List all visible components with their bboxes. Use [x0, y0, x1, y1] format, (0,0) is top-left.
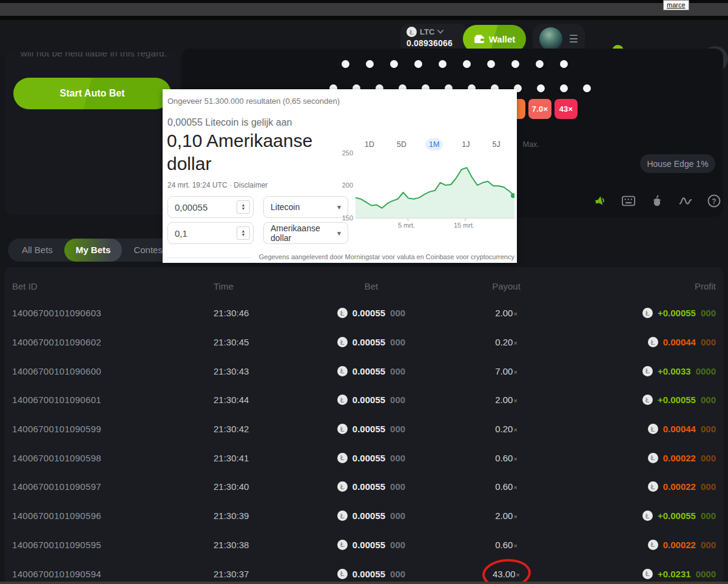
bet-id-cell: 14006700101090599	[12, 424, 214, 434]
chevron-down-icon	[437, 30, 443, 34]
col-header-payout: Payout	[438, 281, 575, 291]
chart-range-1d[interactable]: 1D	[361, 138, 378, 151]
bet-amount-trailing-zeros: 000	[390, 395, 405, 405]
chart-range-5j[interactable]: 5J	[489, 138, 504, 151]
bet-amount-trailing-zeros: 000	[390, 481, 405, 492]
bet-amount-trailing-zeros: 000	[390, 453, 405, 463]
time-cell: 21:30:38	[214, 540, 305, 550]
plinko-peg	[390, 60, 398, 68]
bets-table-panel: Bet ID Time Bet Payout Profit 1400670010…	[5, 267, 723, 584]
seed-icon[interactable]	[650, 194, 664, 208]
help-icon[interactable]: ?	[707, 194, 721, 208]
payout-cell: 0.60×	[438, 453, 575, 463]
bet-amount-trailing-zeros: 000	[390, 424, 405, 434]
bet-id-cell: 14006700101090595	[12, 540, 214, 550]
profit-amount-trailing-zeros: 000	[701, 481, 716, 492]
table-row[interactable]: 1400670010109060321:30:46Ł0.000550002.00…	[5, 299, 723, 328]
bet-amount-trailing-zeros: 000	[390, 511, 405, 521]
payout-cell: 0.60×	[438, 540, 575, 550]
bet-amount-trailing-zeros: 000	[390, 569, 405, 579]
profit-amount-trailing-zeros: 000	[701, 308, 716, 318]
chart-range-1m[interactable]: 1M	[425, 138, 443, 151]
table-row[interactable]: 1400670010109060221:30:45Ł0.000550000.20…	[5, 328, 723, 357]
bet-amount: 0.00055	[352, 424, 385, 434]
payout-cell: 0.20×	[438, 424, 575, 434]
payout-multiplier-suffix: ×	[513, 339, 517, 347]
litecoin-icon: Ł	[648, 453, 658, 463]
bets-tab-bar: All BetsMy BetsContest	[8, 239, 179, 262]
table-row[interactable]: 1400670010109059521:30:38Ł0.000550000.60…	[5, 531, 723, 560]
litecoin-icon: Ł	[337, 481, 348, 492]
plinko-peg	[537, 84, 545, 92]
bet-amount-cell: Ł0.00055000	[305, 424, 438, 434]
bet-amount: 0.00055	[352, 308, 385, 318]
profit-amount-trailing-zeros: 0000	[696, 366, 716, 376]
payout-multiplier: 2.00	[495, 511, 513, 521]
bet-amount: 0.00055	[352, 481, 385, 492]
table-header-row: Bet ID Time Bet Payout Profit	[5, 267, 723, 299]
amount-from-input[interactable]: 0,00055 ▲▼	[167, 196, 254, 218]
table-row[interactable]: 1400670010109060121:30:44Ł0.000550002.00…	[5, 385, 723, 415]
amount-to-value: 0,1	[168, 228, 237, 239]
chart-range-1j[interactable]: 1J	[458, 138, 473, 151]
data-attribution: Gegevens aangeleverd door Morningstar vo…	[259, 253, 514, 260]
profit-amount-trailing-zeros: 0000	[696, 569, 716, 579]
profit-amount-trailing-zeros: 000	[701, 337, 716, 347]
litecoin-icon: Ł	[337, 540, 348, 550]
avatar[interactable]	[539, 27, 562, 50]
number-stepper[interactable]: ▲▼	[237, 200, 250, 214]
time-cell: 21:30:40	[214, 481, 305, 492]
live-stats-icon[interactable]	[679, 194, 692, 208]
tab-all-bets[interactable]: All Bets	[10, 239, 64, 262]
currency-to-select[interactable]: Amerikaanse dollar ▼	[263, 222, 348, 244]
tab-my-bets[interactable]: My Bets	[64, 239, 123, 262]
table-row[interactable]: 1400670010109059621:30:39Ł0.000550002.00…	[5, 501, 723, 531]
bet-amount-cell: Ł0.00055000	[305, 337, 438, 347]
profit-amount: +0.00055	[658, 308, 696, 318]
profit-cell: Ł0.00044000	[575, 424, 716, 434]
chart-range-max[interactable]: Max.	[519, 138, 543, 151]
payout-cell: 0.20×	[438, 337, 575, 347]
col-header-bet: Bet	[305, 281, 438, 291]
litecoin-icon: Ł	[337, 511, 348, 521]
plinko-peg	[342, 60, 349, 68]
bet-amount-trailing-zeros: 000	[390, 337, 405, 347]
table-row[interactable]: 1400670010109059921:30:42Ł0.000550000.20…	[5, 415, 723, 444]
auto-bet-panel: will not be held liable in this regard. …	[5, 52, 180, 215]
plinko-peg	[560, 84, 568, 92]
bet-amount: 0.00055	[352, 569, 385, 579]
currency-from-select[interactable]: Litecoin ▼	[263, 196, 348, 218]
payout-cell: 7.00×	[438, 366, 575, 376]
start-auto-bet-button[interactable]: Start Auto Bet	[13, 78, 171, 109]
litecoin-icon: Ł	[337, 308, 348, 318]
sound-icon[interactable]	[593, 194, 607, 208]
number-stepper[interactable]: ▲▼	[237, 226, 250, 240]
conversion-source-line: 0,00055 Litecoin is gelijk aan	[167, 117, 292, 128]
currency-to-value: Amerikaanse dollar	[271, 223, 336, 243]
chart-range-5d[interactable]: 5D	[393, 138, 410, 151]
col-header-time: Time	[214, 281, 305, 291]
payout-cell: 2.00×	[438, 395, 575, 405]
bet-amount: 0.00055	[352, 395, 385, 405]
table-row[interactable]: 1400670010109060021:30:43Ł0.000550007.00…	[5, 356, 723, 385]
bet-id-cell: 14006700101090600	[12, 366, 214, 376]
time-cell: 21:30:41	[214, 453, 305, 463]
payout-multiplier-suffix: ×	[513, 368, 517, 376]
price-chart	[356, 150, 514, 219]
menu-icon[interactable]: ☰	[569, 33, 578, 46]
bet-id-cell: 14006700101090594	[12, 569, 214, 579]
payout-cell: 0.60×	[438, 481, 575, 492]
plinko-peg	[487, 60, 495, 68]
profit-amount-trailing-zeros: 000	[701, 395, 716, 405]
table-row[interactable]: 1400670010109059721:30:40Ł0.000550000.60…	[5, 472, 723, 501]
payout-multiplier: 43.00	[493, 569, 516, 579]
divider	[167, 257, 251, 258]
payout-multiplier-suffix: ×	[513, 542, 517, 549]
amount-to-input[interactable]: 0,1 ▲▼	[167, 222, 254, 244]
litecoin-icon: Ł	[337, 453, 348, 463]
table-row[interactable]: 1400670010109059821:30:41Ł0.000550000.60…	[5, 443, 723, 472]
table-row[interactable]: 1400670010109059421:30:37Ł0.0005500043.0…	[5, 559, 723, 584]
keyboard-icon[interactable]	[622, 194, 635, 208]
table-body: 1400670010109060321:30:46Ł0.000550002.00…	[5, 299, 723, 584]
wallet-icon	[474, 35, 485, 44]
